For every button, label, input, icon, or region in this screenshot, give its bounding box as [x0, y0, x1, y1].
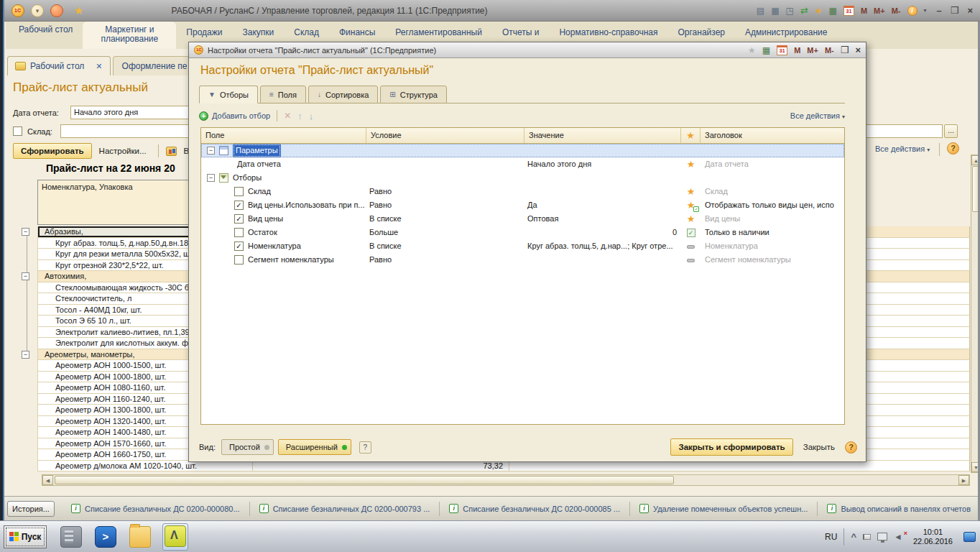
desktop-peek-icon[interactable] — [963, 532, 976, 542]
m-plus-button[interactable]: M+ — [807, 46, 818, 55]
save-icon[interactable]: ▤ — [757, 6, 764, 16]
status-notification[interactable]: iСписание безналичных ДС 0200-000793 ... — [249, 502, 440, 516]
powershell-icon[interactable]: > — [95, 526, 116, 548]
m-minus-button[interactable]: M- — [825, 46, 834, 55]
filter-row[interactable]: ✓НоменклатураВ спискеКруг абраз. толщ.5,… — [201, 239, 844, 253]
calculator-icon[interactable]: ▦ — [762, 45, 770, 55]
history-navigate-icon[interactable]: ⇄ — [800, 5, 808, 16]
column-header[interactable]: Условие — [366, 128, 524, 143]
status-notification[interactable]: iСписание безналичных ДС 0200-000080... — [62, 502, 249, 516]
use-filter-checkbox[interactable]: ✓ — [234, 201, 244, 210]
action-center-flag-icon[interactable] — [863, 534, 871, 540]
tab-secondary[interactable]: Оформление пе — [113, 56, 197, 75]
close-button[interactable]: × — [855, 45, 861, 55]
report-help-button[interactable]: ? — [947, 142, 959, 155]
scroll-left-arrow[interactable]: ◀ — [42, 475, 53, 485]
dialog-tab-sort[interactable]: ↓Сортировка — [308, 86, 378, 104]
dialog-tab-filter[interactable]: ▼Отборы — [199, 86, 258, 104]
add-filter-button[interactable]: + Добавить отбор — [199, 111, 270, 121]
calculator-icon[interactable]: ▦ — [829, 6, 837, 16]
column-header[interactable]: Заголовок — [701, 128, 834, 143]
view-help-button[interactable]: ? — [359, 441, 371, 454]
move-up-icon[interactable]: ↑ — [297, 111, 302, 121]
minimize-button[interactable]: – — [937, 5, 942, 16]
settings-button[interactable]: Настройки... — [92, 143, 154, 159]
m-button[interactable]: M — [794, 46, 800, 55]
generate-button[interactable]: Сформировать — [13, 143, 92, 159]
main-menu-chevron-icon[interactable]: ▾ — [31, 4, 44, 17]
close-tab-icon[interactable]: ✕ — [96, 62, 102, 71]
view-simple-button[interactable]: Простой — [221, 439, 274, 455]
close-and-generate-button[interactable]: Закрыть и сформировать — [670, 438, 792, 456]
m-plus-button[interactable]: M+ — [874, 6, 885, 15]
filter-row[interactable]: Сегмент номенклатурыРавноСегмент номенкл… — [201, 253, 844, 267]
report-all-actions-button[interactable]: Все действия▾ — [875, 144, 930, 153]
tab-desktop[interactable]: Рабочий стол ✕ — [7, 56, 111, 75]
collapse-toggle-icon[interactable]: − — [22, 228, 29, 236]
language-indicator[interactable]: RU — [825, 532, 837, 542]
move-down-icon[interactable]: ↓ — [309, 111, 314, 121]
horizontal-scrollbar[interactable]: ◀ ▶ — [42, 474, 970, 486]
filter-row[interactable]: ✓Вид цены.Использовать при п...РавноДа★✓… — [201, 198, 844, 212]
dialog-tab-fields[interactable]: ≡Поля — [260, 86, 306, 104]
show-hidden-icons-chevron[interactable]: ^ — [851, 531, 856, 542]
filter-row[interactable]: СкладРавно★Склад — [201, 185, 844, 198]
favorites-icon[interactable]: ★ — [815, 6, 823, 16]
use-filter-checkbox[interactable]: ✓ — [234, 242, 244, 251]
filter-row[interactable]: ✓Вид ценыВ спискеОптовая★Вид цены — [201, 212, 844, 226]
favorites-icon[interactable]: ★ — [748, 45, 756, 55]
view-advanced-button[interactable]: Расширенный — [278, 439, 351, 455]
status-notification[interactable]: iВывод описаний в панелях отчетов — [817, 502, 980, 516]
info-menu-chevron-icon[interactable]: ▾ — [924, 7, 927, 14]
restore-button[interactable]: ❒ — [951, 5, 959, 16]
dialog-tab-structure[interactable]: ⊞Структура — [380, 86, 447, 104]
calendar-icon[interactable]: 31 — [843, 6, 854, 16]
warehouse-checkbox[interactable] — [13, 126, 22, 136]
scroll-right-arrow[interactable]: ▶ — [958, 475, 969, 485]
maximize-button[interactable]: ❒ — [841, 45, 849, 55]
volume-muted-icon[interactable]: ◄× — [894, 532, 902, 542]
close-button[interactable]: × — [967, 5, 973, 16]
start-button[interactable]: Пуск — [4, 525, 47, 548]
collapse-toggle-icon[interactable]: − — [22, 272, 29, 280]
network-icon[interactable] — [877, 533, 887, 540]
filter-row[interactable]: ОстатокБольше0✓Только в наличии — [201, 226, 844, 239]
section-tab[interactable]: Маркетинг и планирование — [83, 22, 176, 49]
app-1c-icon[interactable]: 1С — [11, 4, 24, 17]
column-header[interactable]: Значение — [524, 128, 681, 143]
column-header[interactable]: Поле — [201, 128, 366, 143]
dialog-help-button[interactable]: ? — [845, 441, 857, 454]
status-notification[interactable]: iСписание безналичных ДС 0200-000085 ... — [439, 502, 629, 516]
dialog-all-actions-button[interactable]: Все действия▾ — [790, 111, 845, 120]
info-menu-icon[interactable]: i — [907, 6, 917, 16]
preview-icon[interactable]: ◳ — [786, 6, 794, 16]
print-icon[interactable]: ▦ — [771, 6, 779, 16]
m-minus-button[interactable]: M- — [892, 6, 901, 15]
history-button[interactable]: История... — [7, 501, 55, 517]
filter-row[interactable]: −Отборы — [201, 171, 844, 185]
computer-management-icon[interactable] — [60, 526, 82, 548]
filter-row[interactable]: Дата отчетаНачало этого дня★Дата отчета — [201, 157, 844, 171]
m-button[interactable]: M — [861, 6, 867, 15]
use-filter-checkbox[interactable] — [234, 228, 244, 237]
column-header[interactable]: ★ — [681, 128, 701, 143]
1c-taskbar-button[interactable] — [162, 523, 188, 551]
horizontal-scroll-thumb[interactable] — [55, 476, 674, 484]
calendar-icon[interactable]: 31 — [777, 45, 787, 55]
close-button[interactable]: Закрыть — [798, 443, 841, 451]
use-filter-checkbox[interactable] — [234, 255, 244, 264]
use-filter-checkbox[interactable] — [234, 187, 244, 196]
collapse-toggle-icon[interactable]: − — [207, 147, 215, 155]
clock[interactable]: 10:01 22.06.2016 — [913, 528, 953, 546]
section-tab[interactable]: Рабочий стол — [9, 22, 83, 49]
collapse-toggle-icon[interactable]: − — [207, 174, 215, 182]
status-notification[interactable]: iУдаление помеченных объектов успешн... — [629, 502, 817, 516]
favorites-star-icon[interactable]: ★ — [74, 4, 83, 17]
filter-row[interactable]: −Параметры — [201, 144, 844, 157]
use-filter-checkbox[interactable]: ✓ — [234, 214, 244, 224]
delete-icon[interactable]: ✕ — [284, 111, 291, 121]
user-session-icon[interactable] — [50, 4, 63, 17]
collapse-toggle-icon[interactable]: − — [22, 351, 29, 359]
warehouse-picker-button[interactable]: ... — [944, 124, 958, 138]
explorer-folder-icon[interactable] — [129, 526, 151, 548]
